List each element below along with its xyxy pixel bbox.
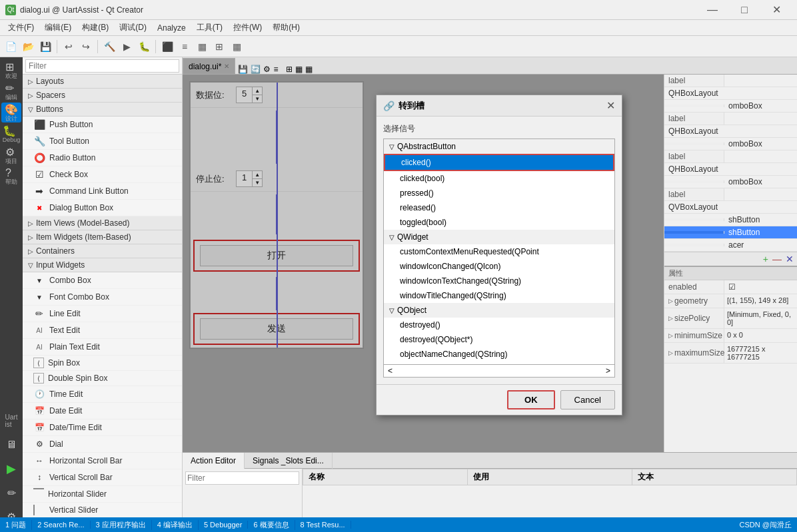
status-item-6[interactable]: 6 概要信息	[248, 520, 295, 530]
widget-spin-box[interactable]: ⟨ Spin Box	[23, 356, 182, 371]
menu-help[interactable]: 帮助(H)	[267, 21, 305, 35]
mode-help[interactable]: ? 帮助	[1, 166, 21, 186]
tab-signals-slots[interactable]: Signals _Slots Edi...	[245, 453, 333, 469]
toolbar-undo[interactable]: ↩	[61, 39, 77, 55]
widget-datetime-edit[interactable]: 📅 Date/Time Edit	[23, 419, 182, 436]
category-containers[interactable]: ▷ Containers	[23, 244, 182, 258]
category-item-views[interactable]: ▷ Item Views (Model-Based)	[23, 216, 182, 230]
toolbar-redo[interactable]: ↪	[78, 39, 94, 55]
mode-monitor[interactable]: 🖥	[1, 435, 21, 455]
toolbar-more[interactable]: ▦	[229, 39, 245, 55]
tab-dialog-ui[interactable]: dialog.ui* ✕	[183, 58, 235, 74]
category-input-widgets[interactable]: ▽ Input Widgets	[23, 258, 182, 272]
tab-save-btn[interactable]: 💾	[238, 65, 248, 74]
widget-push-button[interactable]: ⬛ Push Button	[23, 117, 182, 133]
dialog-close-button[interactable]: ✕	[606, 99, 615, 112]
bottom-filter-input[interactable]	[185, 471, 299, 485]
tree-item-destroyed[interactable]: destroyed()	[384, 318, 614, 332]
menu-edit[interactable]: 编辑(E)	[39, 21, 77, 35]
widget-horizontal-scrollbar[interactable]: ↔ Horizontal Scroll Bar	[23, 453, 182, 469]
status-item-4[interactable]: 4 编译输出	[152, 520, 199, 530]
toolbar-align-right[interactable]: ▦	[194, 39, 210, 55]
menu-build[interactable]: 构建(B)	[77, 21, 114, 35]
tree-item-toggled[interactable]: toggled(bool)	[384, 215, 614, 230]
mode-settings2[interactable]: ✏	[1, 483, 21, 503]
category-layouts[interactable]: ▷ Layouts	[23, 75, 182, 89]
tree-item-window-icon-text[interactable]: windowIconTextChanged(QString)	[384, 274, 614, 288]
menu-controls[interactable]: 控件(W)	[228, 21, 267, 35]
prop-row-pushbutton2[interactable]: shButton	[664, 226, 797, 239]
status-item-3[interactable]: 3 应用程序输出	[91, 520, 152, 530]
mode-debug[interactable]: 🐛 Debug	[1, 124, 21, 144]
widget-vertical-scrollbar[interactable]: ↕ Vertical Scroll Bar	[23, 469, 182, 486]
scroll-right-icon[interactable]: >	[606, 366, 610, 376]
toolbar-debug-run[interactable]: 🐛	[136, 39, 152, 55]
toolbar-save[interactable]: 💾	[37, 39, 53, 55]
tab-close-icon[interactable]: ✕	[224, 63, 229, 70]
tab-align-btn[interactable]: ⊞	[286, 65, 293, 74]
widget-dialog-button-box[interactable]: ✖ Dialog Button Box	[23, 200, 182, 216]
scroll-left-icon[interactable]: <	[388, 366, 393, 376]
mode-project[interactable]: ⚙ 项目	[1, 145, 21, 165]
ok-button[interactable]: OK	[507, 390, 555, 409]
prop-minsize[interactable]: ▷minimumSize 0 x 0	[664, 329, 797, 343]
toolbar-open[interactable]: 📂	[20, 39, 36, 55]
mode-play[interactable]: ▶	[1, 459, 21, 479]
tree-item-clicked-bool[interactable]: clicked(bool)	[384, 171, 614, 186]
tree-item-clicked[interactable]: clicked()	[384, 154, 614, 171]
tree-item-window-icon[interactable]: windowIconChanged(QIcon)	[384, 259, 614, 274]
tree-item-custom-context[interactable]: customContextMenuRequested(QPoint	[384, 244, 614, 259]
toolbar-align-left[interactable]: ⬛	[159, 39, 175, 55]
prop-maxsize[interactable]: ▷maximumSize 16777215 x 16777215	[664, 343, 797, 364]
widget-dial[interactable]: ⚙ Dial	[23, 436, 182, 453]
mode-design[interactable]: 🎨 设计	[1, 103, 21, 123]
tab-layout-btn[interactable]: ▦	[305, 65, 313, 74]
status-item-5[interactable]: 5 Debugger	[199, 521, 249, 529]
widget-tool-button[interactable]: 🔧 Tool Button	[23, 133, 182, 150]
widget-double-spin-box[interactable]: ⟨ Double Spin Box	[23, 371, 182, 386]
menu-debug[interactable]: 调试(D)	[114, 21, 152, 35]
tab-refresh-btn[interactable]: 🔄	[251, 65, 261, 74]
tab-action-editor[interactable]: Action Editor	[183, 453, 245, 469]
tab-settings-btn[interactable]: ⚙	[263, 65, 271, 74]
tree-item-window-title[interactable]: windowTitleChanged(QString)	[384, 288, 614, 303]
right-edit-btn[interactable]: ✕	[784, 254, 796, 264]
tree-item-pressed[interactable]: pressed()	[384, 186, 614, 200]
close-button[interactable]: ✕	[761, 0, 792, 20]
tree-item-destroyed-obj[interactable]: destroyed(QObject*)	[384, 332, 614, 347]
tree-cat-qabstractbutton[interactable]: ▽ QAbstractButton	[384, 139, 614, 154]
mode-uarttist[interactable]: Uartist	[1, 411, 21, 431]
status-item-1[interactable]: 1 问题	[0, 520, 32, 530]
prop-sizepolicy[interactable]: ▷sizePolicy [Minimum, Fixed, 0, 0]	[664, 308, 797, 329]
toolbar-align-center[interactable]: ≡	[177, 39, 193, 55]
widget-combo-box[interactable]: ▼ Combo Box	[23, 272, 182, 289]
widget-font-combo-box[interactable]: ▼ Font Combo Box	[23, 289, 182, 306]
category-item-widgets[interactable]: ▷ Item Widgets (Item-Based)	[23, 230, 182, 244]
toolbar-grid[interactable]: ⊞	[211, 39, 227, 55]
widget-horizontal-slider[interactable]: Horizontal Slider	[23, 486, 182, 503]
mode-edit[interactable]: ✏ 编辑	[1, 81, 21, 101]
widget-line-edit[interactable]: ✏ Line Edit	[23, 306, 182, 322]
category-spacers[interactable]: ▷ Spacers	[23, 89, 182, 103]
prop-geometry[interactable]: ▷geometry [(1, 155), 149 x 28]	[664, 294, 797, 308]
menu-analyze[interactable]: Analyze	[152, 22, 191, 34]
minimize-button[interactable]: —	[697, 0, 728, 20]
toolbar-build[interactable]: 🔨	[101, 39, 117, 55]
tree-cat-qobject[interactable]: ▽ QObject	[384, 303, 614, 318]
widget-vertical-slider[interactable]: Vertical Slider	[23, 503, 182, 518]
right-remove-btn[interactable]: —	[770, 254, 784, 264]
widget-date-edit[interactable]: 📅 Date Edit	[23, 403, 182, 419]
widget-filter-input[interactable]	[25, 59, 179, 73]
tree-cat-qwidget[interactable]: ▽ QWidget	[384, 230, 614, 244]
status-item-2[interactable]: 2 Search Re...	[32, 521, 90, 529]
menu-tools[interactable]: 工具(T)	[191, 21, 228, 35]
widget-plain-text-edit[interactable]: AI Plain Text Edit	[23, 339, 182, 356]
category-buttons[interactable]: ▽ Buttons	[23, 103, 182, 117]
signal-tree[interactable]: ▽ QAbstractButton clicked() clicked(bool…	[383, 138, 615, 365]
tab-grid-btn[interactable]: ▦	[295, 65, 303, 74]
widget-time-edit[interactable]: 🕐 Time Edit	[23, 386, 182, 403]
toolbar-new[interactable]: 📄	[3, 39, 19, 55]
tab-more-btn[interactable]: ≡	[273, 65, 278, 74]
right-add-btn[interactable]: +	[761, 254, 770, 264]
toolbar-run[interactable]: ▶	[119, 39, 135, 55]
